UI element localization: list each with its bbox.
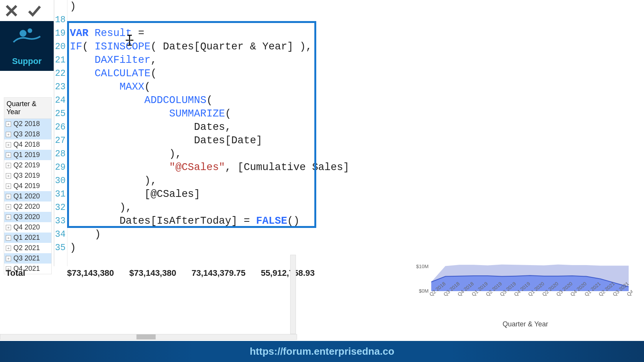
expand-icon[interactable] [6,256,11,261]
chart-x-axis-title: Quarter & Year [503,320,548,328]
cancel-button[interactable] [0,0,23,21]
svg-point-0 [20,30,26,37]
expand-icon[interactable] [6,204,11,210]
slicer-item-label: Q1 2019 [13,151,40,159]
expand-icon[interactable] [6,246,11,251]
line-number: 25 [54,107,67,121]
totals-value-2: $73,143,380 [129,268,176,278]
slicer-item-label: Q1 2021 [13,234,40,242]
line-number [54,0,67,13]
totals-value-4: 55,912,758.93 [261,268,315,278]
slicer-header: Quarter & Year [4,97,52,119]
line-number: 27 [54,134,67,147]
slicer-item-q2-2020[interactable]: Q2 2020 [4,201,51,212]
expand-icon[interactable] [6,235,11,241]
dax-editor[interactable]: 181920212223242526272829303132333435 ) V… [54,0,644,266]
slicer-item-q3-2018[interactable]: Q3 2018 [4,129,51,139]
line-number: 19 [54,27,67,40]
expand-icon[interactable] [6,152,11,158]
line-number: 28 [54,147,67,161]
totals-value-3: 73,143,379.75 [192,268,246,278]
support-label: Suppor [12,56,42,66]
slicer-item-label: Q4 2020 [13,223,40,231]
gear-hands-icon [12,25,42,49]
expand-icon[interactable] [6,142,11,147]
support-logo-tile: Suppor [0,21,54,71]
line-number: 26 [54,121,67,134]
slicer-item-label: Q3 2021 [13,254,40,262]
expand-icon[interactable] [6,194,11,199]
line-number: 18 [54,13,67,27]
line-number: 21 [54,54,67,67]
slicer-item-q2-2018[interactable]: Q2 2018 [4,119,51,129]
slicer-item-label: Q3 2019 [13,172,40,180]
line-number: 23 [54,80,67,94]
line-number: 29 [54,161,67,174]
slicer-item-label: Q4 2019 [13,182,40,190]
slicer-item-q4-2020[interactable]: Q4 2020 [4,222,51,233]
expand-icon[interactable] [6,183,11,189]
svg-point-1 [28,28,32,33]
expand-icon[interactable] [6,163,11,168]
line-number: 35 [54,241,67,255]
slicer-item-label: Q4 2018 [13,141,40,149]
slicer-item-label: Q2 2018 [13,120,40,128]
line-number-gutter: 181920212223242526272829303132333435 [54,0,67,266]
slicer-item-label: Q2 2020 [13,203,40,211]
line-number: 20 [54,40,67,54]
line-number: 24 [54,94,67,107]
code-content[interactable]: ) VAR Result = IF( ISINSCOPE( Dates[Quar… [67,0,644,255]
horizontal-scrollbar[interactable] [0,334,297,340]
line-number: 32 [54,201,67,215]
footer-bar: https://forum.enterprisedna.co [0,341,644,362]
slicer-item-q3-2021[interactable]: Q3 2021 [4,253,51,264]
slicer-item-q3-2019[interactable]: Q3 2019 [4,170,51,181]
slicer-item-q4-2019[interactable]: Q4 2019 [4,181,51,191]
expand-icon[interactable] [6,215,11,220]
slicer-item-label: Q2 2019 [13,161,40,169]
slicer-item-q4-2018[interactable]: Q4 2018 [4,139,51,150]
slicer-item-q3-2020[interactable]: Q3 2020 [4,212,51,222]
expand-icon[interactable] [6,121,11,127]
line-number: 30 [54,174,67,188]
expand-icon[interactable] [6,225,11,230]
svg-text:$10M: $10M [416,264,429,269]
quarter-year-slicer[interactable]: Quarter & Year Q2 2018Q3 2018Q4 2018Q1 2… [4,97,52,274]
expand-icon[interactable] [6,173,11,179]
area-chart[interactable]: $10M$0MQ2 2018Q3 2018Q4 2018Q1 2019Q2 20… [410,257,632,329]
slicer-item-q1-2020[interactable]: Q1 2020 [4,191,51,201]
confirm-button[interactable] [23,0,46,21]
slicer-item-label: Q2 2021 [13,244,40,252]
totals-row: Total $73,143,380 $73,143,380 73,143,379… [6,268,315,278]
text-cursor-icon [125,34,134,48]
expand-icon[interactable] [6,132,11,137]
forum-link[interactable]: https://forum.enterprisedna.co [250,346,394,357]
line-number: 31 [54,188,67,201]
slicer-item-q1-2019[interactable]: Q1 2019 [4,150,51,160]
line-number: 34 [54,228,67,241]
slicer-item-q2-2019[interactable]: Q2 2019 [4,160,51,170]
line-number: 22 [54,67,67,80]
slicer-item-label: Q1 2020 [13,192,40,200]
totals-label: Total [6,268,44,278]
totals-value-1: $73,143,380 [67,268,114,278]
slicer-item-label: Q3 2018 [13,130,40,138]
svg-text:$0M: $0M [419,288,429,294]
slicer-item-q2-2021[interactable]: Q2 2021 [4,243,51,253]
slicer-item-label: Q3 2020 [13,213,40,221]
line-number: 33 [54,215,67,228]
vertical-scrollbar[interactable] [290,255,296,334]
slicer-item-q1-2021[interactable]: Q1 2021 [4,233,51,243]
